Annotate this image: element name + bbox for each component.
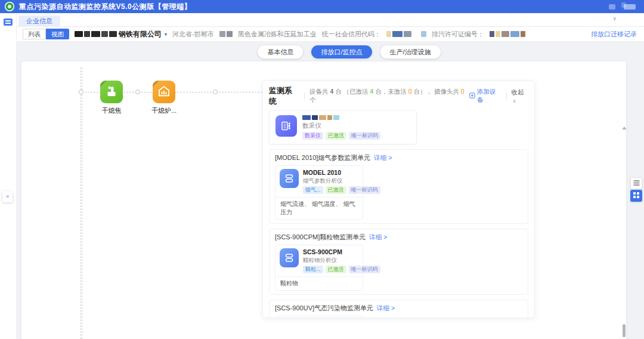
outlet-migration-record-link[interactable]: 排放口迁移记录 [591, 30, 637, 39]
analyzer-icon [280, 169, 299, 188]
flow-node-outlet-1[interactable] [100, 81, 123, 103]
device-card-top: SCS-900CPM 颗粒物分析仪 颗粒... 已激活 唯一标识码 [275, 245, 363, 276]
hamburger-icon [633, 180, 640, 187]
tag-activated: 已激活 [326, 266, 346, 273]
enterprise-toolbar: 列表 视图 钢铁有限公司 ▾ 河北省-邯郸市 黑色金属冶炼和压延加工业 统一社会… [17, 27, 644, 42]
list-view-button[interactable]: 列表 [23, 29, 46, 39]
collector-tags: 数采仪 已激活 唯一标识码 [302, 132, 380, 140]
device-model: MODEL 2010 [303, 169, 358, 176]
data-collector-card[interactable]: 数采仪 数采仪 已激活 唯一标识码 [269, 110, 417, 144]
device-stats: 设备共 4 台 （已激活 4 台，未激活 0 台）， 摄像头共 0 个 [309, 88, 469, 104]
device-card-top: MODEL1080UV 气态污染物分析仪 气态... 已激活 唯一标识码 [275, 316, 363, 318]
app-logo-icon [5, 2, 14, 11]
canvas-dashed-guideline [80, 67, 82, 339]
list-layout-button[interactable] [630, 177, 642, 189]
header-redacted-avatar [624, 4, 636, 10]
collapse-panel-button[interactable]: 收起∧ [512, 88, 528, 104]
facility-house-icon [157, 85, 171, 99]
collector-type: 数采仪 [302, 122, 380, 130]
add-device-button[interactable]: 添加设备 [469, 88, 501, 104]
device-name: 烟气参数分析仪 [303, 177, 358, 185]
data-collector-icon [275, 115, 297, 137]
analyzer-icon [280, 248, 299, 267]
factory-chimney-icon [105, 85, 118, 99]
company-region: 河北省-邯郸市 [172, 30, 214, 39]
flow-node-outlet-2[interactable] [153, 81, 175, 103]
tab-bar: 企业信息 ∨ [17, 13, 644, 27]
credit-code-label: 统一社会信用代码： [322, 30, 381, 39]
device-card[interactable]: SCS-900CPM 颗粒物分析仪 颗粒... 已激活 唯一标识码 颗粒物 [275, 245, 363, 291]
monitoring-unit-section: [SCS-900CPM]颗粒物监测单元 详细 > SCS-900CPM 颗粒物分… [269, 229, 528, 295]
chevron-up-icon: ∧ [513, 98, 516, 104]
device-tags: 烟气... 已激活 唯一标识码 [303, 186, 358, 194]
header-redacted-item [609, 4, 615, 10]
redacted-company-prefix [75, 31, 117, 37]
unit-title-row: [MODEL 2010]烟气参数监测单元 详细 > [275, 153, 522, 162]
grid-layout-button[interactable] [630, 190, 642, 202]
view-switcher: 列表 视图 [23, 29, 69, 39]
stat-camera-count: 0 [461, 88, 465, 95]
app-header: 重点污染源自动监测监控系统V5.0公测版【管理端】 [0, 0, 644, 13]
company-industry: 黑色金属冶炼和压延加工业 [238, 30, 317, 39]
redacted-permit-number [490, 31, 525, 37]
unit-title: [SCS-900CPM]颗粒物监测单元 [275, 233, 366, 242]
panel-header: 监测系统 设备共 4 台 （已激活 4 台，未激活 0 台）， 摄像头共 0 个… [263, 81, 534, 109]
tag-category: 颗粒... [303, 266, 323, 273]
unit-title-row: [SCS-900UV]气态污染物监测单元 详细 > [275, 304, 522, 313]
tag-unique-id: 唯一标识码 [349, 266, 380, 273]
unit-detail-link[interactable]: 详细 > [369, 233, 387, 242]
tab-enterprise-info[interactable]: 企业信息 [18, 16, 60, 27]
flow-joint-node[interactable] [213, 90, 218, 94]
scrollbar-up-arrow[interactable] [622, 127, 626, 130]
sidebar-expand-button[interactable]: » [2, 191, 13, 202]
permit-number-label: 排污许可证编号： [432, 30, 484, 39]
tag-activated: 已激活 [326, 186, 346, 194]
sidebar-collapsed: » [0, 13, 17, 339]
device-params: 烟气流速、 烟气温度、 烟气压力 [275, 197, 363, 219]
redacted-district [219, 31, 233, 37]
tag-activated: 已激活 [326, 132, 346, 140]
flow-joint-node[interactable] [79, 90, 83, 94]
pill-outlet-monitoring[interactable]: 排放口/监控点 [311, 45, 371, 58]
tag-category: 烟气... [303, 186, 323, 194]
plus-square-icon [469, 93, 475, 100]
redacted-collector-title [302, 115, 380, 120]
device-card[interactable]: MODEL1080UV 气态污染物分析仪 气态... 已激活 唯一标识码 二氧化… [275, 316, 363, 318]
tag-unique-id: 唯一标识码 [349, 132, 380, 140]
tag-collector: 数采仪 [302, 132, 323, 140]
unit-title: [MODEL 2010]烟气参数监测单元 [275, 153, 370, 162]
unit-detail-link[interactable]: 详细 > [374, 154, 392, 162]
company-name: 钢铁有限公司 [119, 29, 162, 39]
flow-joint-node[interactable] [135, 90, 140, 94]
pill-basic-info[interactable]: 基本信息 [258, 45, 303, 58]
vertical-scrollbar-thumb[interactable] [623, 324, 626, 337]
double-chevron-right-icon: » [6, 193, 9, 199]
tag-unique-id: 唯一标识码 [349, 186, 380, 194]
app-title: 重点污染源自动监测监控系统V5.0公测版【管理端】 [19, 2, 191, 12]
graph-view-button[interactable]: 视图 [46, 29, 69, 39]
grid-icon [633, 192, 639, 199]
device-card-top: MODEL 2010 烟气参数分析仪 烟气... 已激活 唯一标识码 [275, 166, 363, 197]
device-tags: 颗粒... 已激活 唯一标识码 [303, 266, 358, 273]
unit-title: [SCS-900UV]气态污染物监测单元 [275, 304, 373, 313]
divider [506, 93, 507, 100]
canvas-tool-buttons [630, 177, 642, 202]
panel-actions: 添加设备 收起∧ [469, 88, 528, 104]
chevron-down-icon: ▾ [165, 32, 167, 37]
device-card[interactable]: MODEL 2010 烟气参数分析仪 烟气... 已激活 唯一标识码 烟气流速、… [275, 165, 363, 220]
device-params: 颗粒物 [275, 276, 363, 290]
collapse-panel-chevron-icon[interactable]: ∨ [612, 16, 617, 21]
section-pill-nav: 基本信息 排放口/监控点 生产/治理设施 [21, 42, 644, 61]
pill-production-facility[interactable]: 生产/治理设施 [380, 45, 441, 58]
unit-detail-link[interactable]: 详细 > [377, 304, 395, 313]
monitoring-unit-section: [MODEL 2010]烟气参数监测单元 详细 > MODEL 2010 烟气参… [269, 149, 528, 224]
monitoring-unit-section: [SCS-900UV]气态污染物监测单元 详细 > MODEL1080UV 气态… [269, 300, 528, 318]
company-selector[interactable]: 钢铁有限公司 ▾ [75, 29, 167, 39]
device-model: SCS-900CPM [303, 248, 358, 255]
flow-node-label: 干熄焦 [92, 106, 131, 115]
redacted-credit-code [386, 31, 426, 37]
panel-title: 监测系统 [269, 85, 299, 107]
menu-list-icon[interactable] [4, 19, 13, 26]
flow-canvas: 干熄焦 干熄炉... 监测系统 设备共 4 台 （已激活 4 台，未激活 0 台… [21, 61, 626, 339]
unit-title-row: [SCS-900CPM]颗粒物监测单元 详细 > [275, 233, 522, 242]
